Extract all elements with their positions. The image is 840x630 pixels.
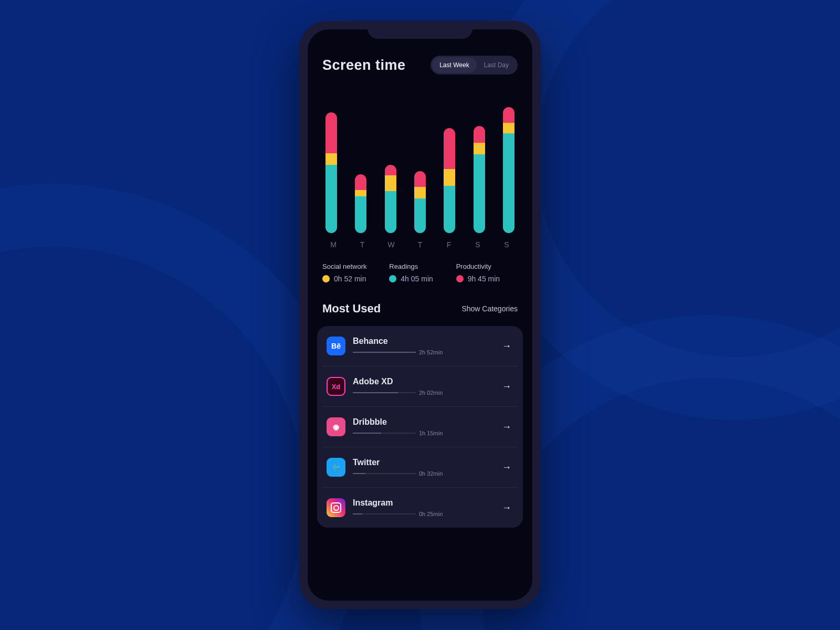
screen-header: Screen time Last Week Last Day	[322, 56, 518, 75]
phone-notch	[368, 21, 472, 39]
app-name: Adobe XD	[353, 377, 500, 386]
dribbble-icon: ◉	[327, 417, 345, 436]
period-segmented: Last Week Last Day	[430, 56, 518, 75]
legend-dot-icon	[322, 275, 330, 282]
segment-last-week[interactable]: Last Week	[432, 57, 476, 73]
app-progress	[353, 352, 416, 353]
most-used-title: Most Used	[322, 302, 381, 316]
app-name: Dribbble	[353, 417, 500, 427]
chart-bar[interactable]	[326, 112, 337, 233]
app-time: 0h 25min	[419, 511, 443, 517]
chart-day-label: S	[472, 240, 484, 249]
twitter-icon: 🐦	[327, 458, 345, 477]
chart-day-label: W	[385, 240, 397, 249]
legend-name: Productivity	[456, 262, 518, 270]
app-progress	[353, 392, 416, 393]
instagram-icon	[327, 498, 345, 517]
chart-day-label: S	[501, 240, 512, 249]
app-progress	[353, 513, 416, 514]
app-name: Instagram	[353, 498, 500, 508]
app-time: 2h 52min	[419, 349, 443, 355]
app-row[interactable]: 🐦Twitter0h 32min→	[322, 447, 518, 488]
behance-icon: Bē	[327, 337, 345, 355]
app-progress	[353, 473, 416, 474]
chart-bar[interactable]	[444, 128, 455, 233]
chart-bar[interactable]	[385, 165, 396, 233]
page-title: Screen time	[322, 57, 406, 74]
app-time: 1h 15min	[419, 430, 443, 436]
legend-item: Social network0h 52 min	[322, 262, 384, 283]
app-screen: Screen time Last Week Last Day MTWTFSS S…	[308, 29, 532, 601]
segment-last-day[interactable]: Last Day	[477, 57, 516, 73]
chart-x-axis: MTWTFSS	[322, 240, 518, 249]
chart-day-label: F	[443, 240, 455, 249]
legend-value: 9h 45 min	[468, 275, 500, 283]
legend-value: 0h 52 min	[334, 275, 366, 283]
most-used-header: Most Used Show Categories	[322, 302, 518, 316]
chart-bar[interactable]	[414, 171, 426, 233]
app-name: Twitter	[353, 458, 500, 467]
app-row[interactable]: BēBehance2h 52min→	[322, 326, 518, 366]
legend-name: Readings	[389, 262, 450, 270]
chevron-right-icon[interactable]: →	[500, 341, 513, 352]
xd-icon: Xd	[327, 377, 345, 396]
chart-day-label: M	[328, 240, 339, 249]
app-row[interactable]: ◉Dribbble1h 15min→	[322, 407, 518, 447]
app-row[interactable]: XdAdobe XD2h 02min→	[322, 366, 518, 407]
chevron-right-icon[interactable]: →	[500, 381, 513, 392]
chart-day-label: T	[414, 240, 426, 249]
chart-day-label: T	[356, 240, 368, 249]
show-categories-link[interactable]: Show Categories	[461, 304, 518, 313]
chevron-right-icon[interactable]: →	[500, 462, 513, 473]
chevron-right-icon[interactable]: →	[500, 502, 513, 513]
chart-bar[interactable]	[355, 174, 366, 233]
app-time: 0h 32min	[419, 470, 443, 477]
chevron-right-icon[interactable]: →	[500, 422, 513, 433]
chart-bar[interactable]	[503, 107, 514, 233]
most-used-list: BēBehance2h 52min→XdAdobe XD2h 02min→◉Dr…	[317, 326, 523, 528]
chart-legend: Social network0h 52 minReadings4h 05 min…	[322, 262, 518, 283]
app-time: 2h 02min	[419, 390, 443, 396]
chart-bar[interactable]	[474, 126, 485, 233]
legend-dot-icon	[456, 275, 464, 282]
legend-dot-icon	[389, 275, 396, 282]
app-progress	[353, 433, 416, 434]
weekly-usage-chart	[322, 91, 518, 233]
app-name: Behance	[353, 337, 500, 346]
app-row[interactable]: Instagram0h 25min→	[322, 488, 518, 528]
legend-item: Productivity9h 45 min	[456, 262, 518, 283]
legend-name: Social network	[322, 262, 384, 270]
legend-item: Readings4h 05 min	[389, 262, 450, 283]
phone-mock: Screen time Last Week Last Day MTWTFSS S…	[299, 21, 541, 609]
legend-value: 4h 05 min	[401, 275, 433, 283]
